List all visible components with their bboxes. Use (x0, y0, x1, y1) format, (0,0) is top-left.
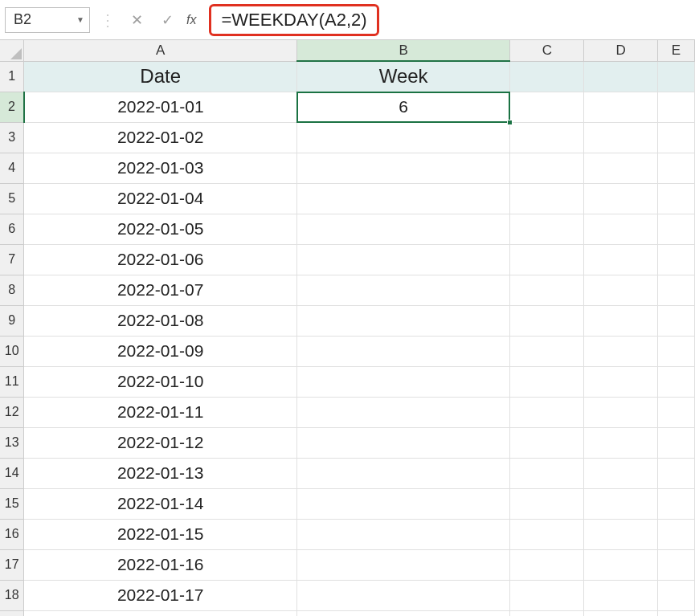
cell-E3[interactable] (658, 122, 695, 153)
cell-C13[interactable] (510, 427, 584, 458)
cell-A15[interactable]: 2022-01-14 (24, 488, 296, 519)
cell-B12[interactable] (296, 397, 510, 427)
cell-D12[interactable] (584, 397, 658, 427)
column-header-B[interactable]: B (296, 40, 510, 61)
cell-E19[interactable] (658, 610, 695, 616)
cell-C14[interactable] (510, 458, 584, 488)
cell-B9[interactable] (296, 305, 510, 336)
cell-A18[interactable]: 2022-01-17 (24, 580, 296, 610)
cell-B8[interactable] (296, 275, 510, 305)
cell-E18[interactable] (658, 580, 695, 610)
cell-E8[interactable] (658, 275, 695, 305)
row-header-4[interactable]: 4 (0, 153, 24, 183)
cell-A1[interactable]: Date (24, 61, 296, 92)
cell-A12[interactable]: 2022-01-11 (24, 397, 296, 427)
cell-B10[interactable] (296, 336, 510, 366)
cell-C8[interactable] (510, 275, 584, 305)
row-header-12[interactable]: 12 (0, 397, 24, 427)
row-header-14[interactable]: 14 (0, 458, 24, 488)
row-header-13[interactable]: 13 (0, 427, 24, 458)
cell-A2[interactable]: 2022-01-01 (24, 92, 296, 122)
cell-B3[interactable] (296, 122, 510, 153)
cell-A10[interactable]: 2022-01-09 (24, 336, 296, 366)
cell-B4[interactable] (296, 153, 510, 183)
cell-D7[interactable] (584, 244, 658, 275)
row-header-1[interactable]: 1 (0, 61, 24, 92)
cell-C3[interactable] (510, 122, 584, 153)
cell-C17[interactable] (510, 549, 584, 580)
cell-D1[interactable] (584, 61, 658, 92)
cell-E11[interactable] (658, 366, 695, 397)
cell-E4[interactable] (658, 153, 695, 183)
row-header-17[interactable]: 17 (0, 549, 24, 580)
row-header-7[interactable]: 7 (0, 244, 24, 275)
cell-D6[interactable] (584, 214, 658, 244)
cell-B11[interactable] (296, 366, 510, 397)
cell-A3[interactable]: 2022-01-02 (24, 122, 296, 153)
cell-A7[interactable]: 2022-01-06 (24, 244, 296, 275)
row-header-9[interactable]: 9 (0, 305, 24, 336)
cell-A11[interactable]: 2022-01-10 (24, 366, 296, 397)
cell-B18[interactable] (296, 580, 510, 610)
cell-C15[interactable] (510, 488, 584, 519)
cell-C9[interactable] (510, 305, 584, 336)
cell-C1[interactable] (510, 61, 584, 92)
cell-B16[interactable] (296, 519, 510, 549)
column-header-E[interactable]: E (658, 40, 695, 61)
cell-D19[interactable] (584, 610, 658, 616)
cancel-formula-button[interactable]: ✕ (125, 9, 148, 31)
column-header-C[interactable]: C (510, 40, 584, 61)
row-header-16[interactable]: 16 (0, 519, 24, 549)
row-header-2[interactable]: 2 (0, 92, 24, 122)
cell-B6[interactable] (296, 214, 510, 244)
cell-D4[interactable] (584, 153, 658, 183)
cell-C11[interactable] (510, 366, 584, 397)
cell-E13[interactable] (658, 427, 695, 458)
cell-D14[interactable] (584, 458, 658, 488)
fill-handle[interactable] (507, 120, 513, 125)
cell-C4[interactable] (510, 153, 584, 183)
cell-C10[interactable] (510, 336, 584, 366)
cell-B15[interactable] (296, 488, 510, 519)
cell-D8[interactable] (584, 275, 658, 305)
column-header-A[interactable]: A (24, 40, 296, 61)
cell-B7[interactable] (296, 244, 510, 275)
cell-E2[interactable] (658, 92, 695, 122)
row-header-8[interactable]: 8 (0, 275, 24, 305)
cell-A19[interactable]: 2022-01-18 (24, 610, 296, 616)
select-all-button[interactable] (0, 40, 24, 61)
row-header-6[interactable]: 6 (0, 214, 24, 244)
fx-icon[interactable]: fx (186, 13, 201, 27)
cell-D2[interactable] (584, 92, 658, 122)
cell-D5[interactable] (584, 183, 658, 214)
cell-A14[interactable]: 2022-01-13 (24, 458, 296, 488)
cell-A5[interactable]: 2022-01-04 (24, 183, 296, 214)
cell-B2[interactable]: 6 (296, 92, 510, 122)
cell-D9[interactable] (584, 305, 658, 336)
cell-E15[interactable] (658, 488, 695, 519)
cell-E1[interactable] (658, 61, 695, 92)
cell-A17[interactable]: 2022-01-16 (24, 549, 296, 580)
cell-E5[interactable] (658, 183, 695, 214)
cell-E10[interactable] (658, 336, 695, 366)
cell-C18[interactable] (510, 580, 584, 610)
cell-E7[interactable] (658, 244, 695, 275)
spreadsheet-grid[interactable]: ABCDE 1DateWeek22022-01-01632022-01-0242… (0, 40, 695, 616)
cell-D18[interactable] (584, 580, 658, 610)
cell-D13[interactable] (584, 427, 658, 458)
cell-A13[interactable]: 2022-01-12 (24, 427, 296, 458)
cell-B14[interactable] (296, 458, 510, 488)
cell-C5[interactable] (510, 183, 584, 214)
cell-E17[interactable] (658, 549, 695, 580)
cell-D10[interactable] (584, 336, 658, 366)
cell-E12[interactable] (658, 397, 695, 427)
cell-E6[interactable] (658, 214, 695, 244)
cell-C7[interactable] (510, 244, 584, 275)
row-header-11[interactable]: 11 (0, 366, 24, 397)
cell-D15[interactable] (584, 488, 658, 519)
cell-D3[interactable] (584, 122, 658, 153)
cell-C16[interactable] (510, 519, 584, 549)
row-header-3[interactable]: 3 (0, 122, 24, 153)
cell-C6[interactable] (510, 214, 584, 244)
cell-A9[interactable]: 2022-01-08 (24, 305, 296, 336)
